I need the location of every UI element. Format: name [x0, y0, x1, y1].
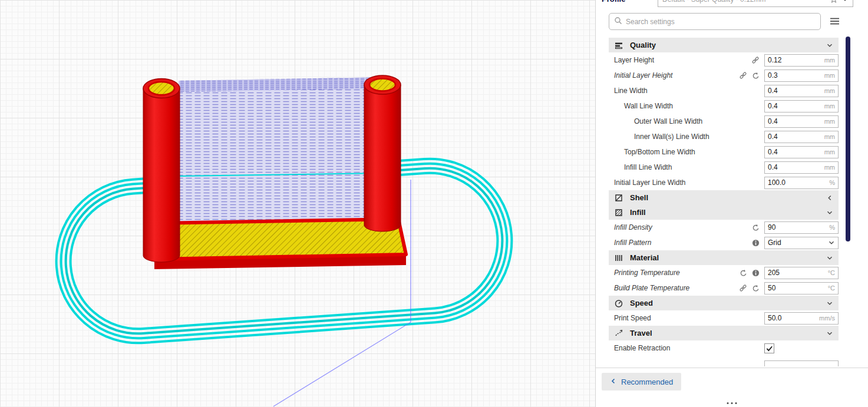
material-icon — [614, 253, 623, 263]
build-plate-temperature-input[interactable]: 50°C — [764, 282, 839, 295]
search-settings-input[interactable] — [626, 18, 816, 26]
unit-label: °C — [828, 284, 835, 292]
section-header-quality[interactable]: Quality — [609, 38, 839, 52]
infill-line-width-input[interactable]: 0.4mm — [764, 161, 839, 174]
wall-line-width-input[interactable]: 0.4mm — [764, 100, 839, 112]
setting-row-infill-line-width: Infill Line Width0.4mm — [609, 160, 839, 175]
recommended-label: Recommended — [621, 378, 673, 386]
section-header-travel[interactable]: Travel — [609, 326, 839, 340]
setting-row-build-plate-temperature: Build Plate Temperature50°C — [609, 280, 839, 296]
setting-label: Infill Line Width — [609, 163, 672, 171]
setting-label: Enable Retraction — [609, 344, 670, 352]
unit-label: % — [829, 224, 835, 231]
link-icon — [751, 56, 760, 64]
search-box — [609, 13, 821, 30]
viewport-3d[interactable] — [0, 0, 595, 407]
panel-resize-handle[interactable] — [727, 402, 737, 404]
partial-input[interactable] — [764, 360, 839, 366]
panel-footer: Recommended — [596, 368, 868, 407]
unit-label: mm — [824, 133, 835, 140]
layer-height-input[interactable]: 0.12mm — [764, 54, 839, 67]
setting-label: Line Width — [609, 87, 648, 95]
top-bottom-line-width-input[interactable]: 0.4mm — [764, 146, 839, 158]
recommended-button[interactable]: Recommended — [602, 373, 681, 391]
unit-label: mm — [824, 102, 835, 110]
setting-row-inner-wall-s-line-width: Inner Wall(s) Line Width0.4mm — [609, 129, 839, 144]
line-width-input[interactable]: 0.4mm — [764, 85, 839, 97]
infill-pattern-select[interactable]: Grid — [764, 237, 839, 249]
setting-row-wall-line-width: Wall Line Width0.4mm — [609, 98, 839, 114]
initial-layer-line-width-input[interactable]: 100.0% — [764, 177, 839, 189]
setting-row-outer-wall-line-width: Outer Wall Line Width0.4mm — [609, 114, 839, 129]
unit-label: mm — [824, 87, 835, 94]
unit-label: mm — [824, 164, 835, 171]
setting-label: Printing Temperature — [609, 269, 680, 277]
right-tower — [364, 75, 401, 231]
undo-icon[interactable] — [752, 224, 760, 231]
print-speed-input[interactable]: 50.0mm/s — [764, 312, 839, 325]
setting-row-print-speed: Print Speed50.0mm/s — [609, 310, 839, 326]
setting-row-infill-pattern: Infill PatternGrid — [609, 235, 839, 250]
setting-row-line-width: Line Width0.4mm — [609, 83, 839, 98]
settings-list: QualityLayer Height0.12mmInitial Layer H… — [609, 38, 839, 366]
speed-icon — [614, 299, 623, 308]
chevron-down-icon — [841, 0, 849, 3]
chevron-left-icon — [610, 378, 617, 386]
setting-label: Print Speed — [609, 314, 651, 322]
printing-temperature-input[interactable]: 205°C — [764, 267, 839, 279]
section-header-shell[interactable]: Shell — [609, 190, 839, 205]
model-preview — [0, 0, 595, 407]
infill-wall — [179, 77, 381, 234]
setting-label: Wall Line Width — [609, 102, 673, 110]
link-icon — [739, 71, 747, 80]
unit-label: mm — [824, 57, 835, 64]
setting-label: Infill Density — [609, 223, 652, 231]
section-label: Shell — [630, 193, 648, 202]
panel-scrollbar[interactable] — [846, 37, 850, 241]
star-icon[interactable] — [830, 0, 838, 4]
hamburger-menu-button[interactable] — [830, 17, 840, 25]
unit-label: mm — [824, 72, 835, 79]
unit-label: mm/s — [819, 315, 835, 322]
section-label: Travel — [630, 329, 652, 337]
shell-icon — [614, 193, 623, 203]
setting-row-layer-height: Layer Height0.12mm — [609, 52, 839, 68]
chevron-down-icon — [826, 42, 833, 49]
setting-row-enable-retraction: Enable Retraction — [609, 340, 839, 356]
initial-layer-height-input[interactable]: 0.3mm — [764, 70, 839, 82]
setting-label: Top/Bottom Line Width — [609, 148, 695, 156]
unit-label: °C — [828, 269, 835, 276]
setting-label: Infill Pattern — [609, 239, 651, 247]
section-header-infill[interactable]: Infill — [609, 205, 839, 220]
profile-label: Profile — [602, 0, 625, 4]
chevron-down-icon — [828, 239, 835, 246]
profile-dropdown[interactable]: Default - Super Quality - 0.12mm — [658, 0, 853, 7]
setting-row-initial-layer-line-width: Initial Layer Line Width100.0% — [609, 175, 839, 190]
setting-label: Initial Layer Height — [609, 71, 672, 80]
info-icon — [752, 239, 760, 247]
unit-label: % — [829, 179, 835, 186]
info-icon — [752, 269, 760, 277]
profile-value: Default - Super Quality - 0.12mm — [662, 0, 765, 4]
outer-wall-line-width-input[interactable]: 0.4mm — [764, 115, 839, 128]
enable-retraction-checkbox[interactable] — [764, 343, 774, 353]
inner-wall-s-line-width-input[interactable]: 0.4mm — [764, 131, 839, 143]
section-header-speed[interactable]: Speed — [609, 296, 839, 310]
undo-icon[interactable] — [740, 269, 747, 277]
infill-density-input[interactable]: 90% — [764, 221, 839, 234]
section-label: Speed — [630, 299, 653, 307]
travel-icon — [614, 329, 623, 338]
setting-row-top-bottom-line-width: Top/Bottom Line Width0.4mm — [609, 144, 839, 160]
link-icon — [739, 284, 747, 292]
quality-icon — [614, 41, 623, 50]
chevron-down-icon — [826, 300, 833, 307]
setting-row-infill-density: Infill Density90% — [609, 220, 839, 235]
section-header-material[interactable]: Material — [609, 250, 839, 265]
chevron-left-icon — [826, 194, 833, 201]
chevron-down-icon — [826, 254, 833, 262]
undo-icon[interactable] — [752, 284, 760, 292]
section-label: Material — [630, 253, 659, 262]
chevron-down-icon — [826, 209, 833, 216]
setting-row-initial-layer-height: Initial Layer Height0.3mm — [609, 68, 839, 83]
undo-icon[interactable] — [752, 72, 760, 80]
